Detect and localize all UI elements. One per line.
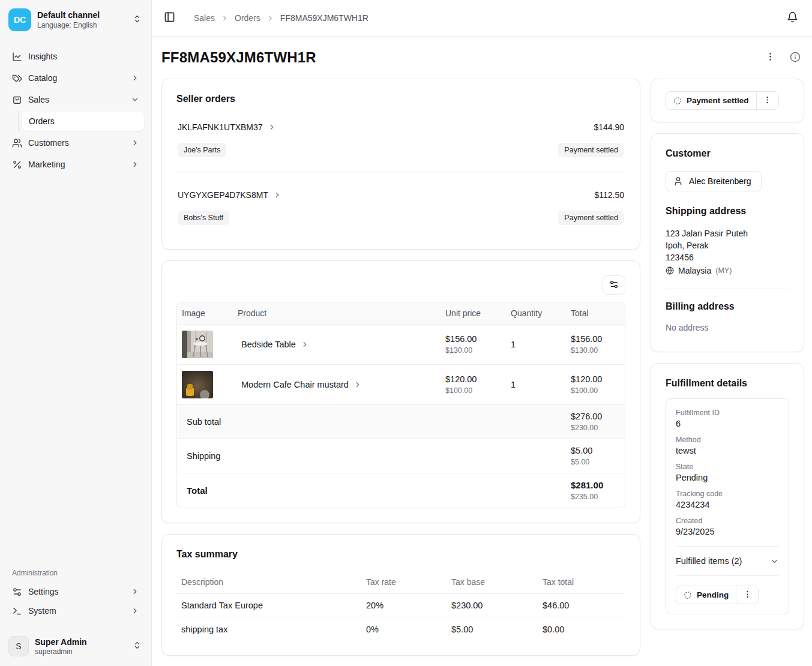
seller-badge: Bobs's Stuff xyxy=(178,211,229,225)
tags-icon xyxy=(12,73,22,83)
total-label: Total xyxy=(177,485,566,496)
customer-link-button[interactable]: Alec Breitenberg xyxy=(666,171,762,191)
divider xyxy=(666,289,789,289)
column-header-unit-price: Unit price xyxy=(441,308,506,318)
column-header-tax-base: Tax base xyxy=(447,577,538,587)
chevron-right-icon xyxy=(131,587,139,596)
sidebar-item-label: Sales xyxy=(28,95,125,104)
seller-order-code: JKLFAFNK1UTXBM37 xyxy=(178,122,263,132)
payment-state-button-group: Payment settled xyxy=(666,91,779,110)
sidebar-nav: Insights Catalog Sales Orders Customers xyxy=(7,47,144,174)
chart-line-icon xyxy=(12,52,22,62)
unit-price: $156.00 xyxy=(445,334,501,344)
fulfilled-items-toggle[interactable]: Fulfilled items (2) xyxy=(676,556,779,566)
shopping-bag-icon xyxy=(12,95,22,105)
quantity: 1 xyxy=(506,380,566,389)
kebab-menu-icon xyxy=(765,52,775,64)
sidebar-item-system[interactable]: System xyxy=(7,601,144,620)
divider xyxy=(676,546,779,547)
seller-order-code: UYGYXGEP4D7KS8MT xyxy=(178,190,268,200)
user-icon xyxy=(673,176,683,186)
fulfillment-field: Created 9/23/2025 xyxy=(676,517,779,536)
sidebar-item-settings[interactable]: Settings xyxy=(7,582,144,601)
column-header-tax-rate: Tax rate xyxy=(361,577,447,587)
channel-language: Language: English xyxy=(37,21,127,29)
channel-switcher[interactable]: DC Default channel Language: English xyxy=(7,6,144,34)
line-total: $156.00 xyxy=(571,334,620,344)
app-root: DC Default channel Language: English Ins… xyxy=(0,0,812,666)
breadcrumb-sales[interactable]: Sales xyxy=(194,13,215,23)
payment-state-label: Payment settled xyxy=(687,96,749,105)
field-label: Fulfillment ID xyxy=(676,409,779,417)
unit-price-net: $130.00 xyxy=(445,346,501,355)
payment-state-button[interactable]: Payment settled xyxy=(666,92,756,109)
sliders-icon xyxy=(12,587,22,597)
column-header-tax-total: Tax total xyxy=(538,577,625,587)
fulfillment-field: Method tewst xyxy=(676,436,779,455)
notifications-button[interactable] xyxy=(783,9,801,27)
user-menu[interactable]: S Super Admin superadmin xyxy=(7,634,144,659)
page-title: FF8MA59XJM6TWH1R xyxy=(161,49,316,66)
product-link[interactable]: Modern Cafe Chair mustard xyxy=(238,380,436,389)
chevron-right-icon xyxy=(131,160,139,169)
field-value: 6 xyxy=(676,419,779,428)
tax-row: Standard Tax Europe 20% $230.00 $46.00 xyxy=(176,594,625,617)
page-actions-menu-button[interactable] xyxy=(761,49,779,67)
terminal-icon xyxy=(12,606,22,616)
quantity: 1 xyxy=(506,340,566,349)
sidebar-item-label: Customers xyxy=(28,138,125,148)
sidebar-item-catalog[interactable]: Catalog xyxy=(7,68,144,88)
page-info-button[interactable] xyxy=(786,49,804,67)
product-link[interactable]: Bedside Table xyxy=(238,340,436,349)
country-name: Malaysia xyxy=(678,265,711,277)
breadcrumb-order-code: FF8MA59XJM6TWH1R xyxy=(280,13,368,23)
total-row: Total $281.00 $235.00 xyxy=(177,473,625,508)
unit-price: $120.00 xyxy=(445,374,501,384)
order-lines-table: Image Product Unit price Quantity Total xyxy=(176,302,625,508)
fulfillment-state-button[interactable]: Pending xyxy=(676,586,736,604)
seller-orders-title: Seller orders xyxy=(176,94,625,104)
sidebar-item-label: System xyxy=(28,606,125,616)
seller-order-link[interactable]: JKLFAFNK1UTXBM37 xyxy=(178,122,276,132)
fulfillment-state-menu-button[interactable] xyxy=(736,586,758,604)
kebab-menu-icon xyxy=(743,590,752,601)
order-lines-card: Image Product Unit price Quantity Total xyxy=(161,260,640,523)
seller-order-row: JKLFAFNK1UTXBM37 $144.90 Joe's Parts Pay… xyxy=(176,122,625,157)
total-net: $235.00 xyxy=(571,493,620,501)
sidebar-item-label: Insights xyxy=(28,52,139,61)
field-value: tewst xyxy=(676,446,779,455)
line-total-net: $100.00 xyxy=(571,386,620,395)
shipping-row: Shipping $5.00 $5.00 xyxy=(177,439,625,473)
unit-price-net: $100.00 xyxy=(445,386,501,395)
page-content: FF8MA59XJM6TWH1R Seller orders xyxy=(152,37,812,666)
breadcrumb: Sales Orders FF8MA59XJM6TWH1R xyxy=(194,13,368,23)
chevron-right-icon xyxy=(266,14,274,22)
table-display-options-button[interactable] xyxy=(603,275,625,295)
fulfillment-box: Fulfillment ID 6 Method tewst State Pend… xyxy=(666,398,789,614)
sidebar-item-orders[interactable]: Orders xyxy=(22,112,144,131)
tax-header-row: Description Tax rate Tax base Tax total xyxy=(176,571,625,594)
seller-orders-card: Seller orders JKLFAFNK1UTXBM37 $144.90 xyxy=(161,79,640,250)
country-code: (MY) xyxy=(715,265,732,277)
seller-order-row: UYGYXGEP4D7KS8MT $112.50 Bobs's Stuff Pa… xyxy=(176,190,625,225)
payment-state-menu-button[interactable] xyxy=(757,92,778,109)
sidebar-item-customers[interactable]: Customers xyxy=(7,133,144,152)
sidebar-item-label: Settings xyxy=(28,587,125,596)
sidebar-item-insights[interactable]: Insights xyxy=(7,47,144,66)
shipping-value: $5.00 xyxy=(571,446,620,455)
product-image xyxy=(182,371,213,398)
shipping-label: Shipping xyxy=(177,451,566,461)
title-row: FF8MA59XJM6TWH1R xyxy=(161,49,804,67)
sidebar-toggle-button[interactable] xyxy=(160,9,178,27)
column-header-quantity: Quantity xyxy=(506,308,566,318)
table-header-row: Image Product Unit price Quantity Total xyxy=(177,302,625,325)
sidebar-item-sales[interactable]: Sales xyxy=(7,90,144,109)
sidebar-item-marketing[interactable]: Marketing xyxy=(7,155,144,174)
fulfillment-field: Fulfillment ID 6 xyxy=(676,409,779,428)
globe-icon xyxy=(666,266,674,275)
seller-order-link[interactable]: UYGYXGEP4D7KS8MT xyxy=(178,190,281,200)
chevron-right-icon xyxy=(268,123,276,131)
field-label: State xyxy=(676,463,779,471)
channel-avatar: DC xyxy=(8,8,31,31)
breadcrumb-orders[interactable]: Orders xyxy=(235,13,260,23)
